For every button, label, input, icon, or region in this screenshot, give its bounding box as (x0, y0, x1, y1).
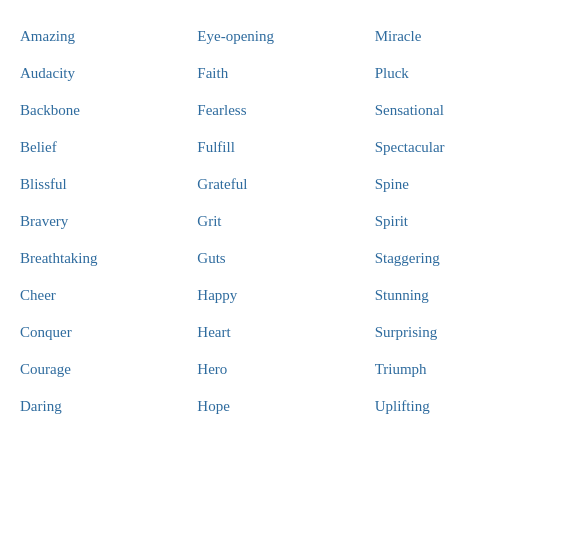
word-item: Spectacular (371, 129, 548, 166)
word-item: Surprising (371, 314, 548, 351)
word-item: Triumph (371, 351, 548, 388)
word-item: Guts (193, 240, 370, 277)
word-item: Pluck (371, 55, 548, 92)
word-item: Cheer (16, 277, 193, 314)
word-item: Courage (16, 351, 193, 388)
word-item: Breathtaking (16, 240, 193, 277)
word-column-1: AmazingAudacityBackboneBeliefBlissfulBra… (16, 18, 193, 425)
word-column-2: Eye-openingFaithFearlessFulfillGratefulG… (193, 18, 370, 425)
word-item: Uplifting (371, 388, 548, 425)
word-item: Eye-opening (193, 18, 370, 55)
word-item: Staggering (371, 240, 548, 277)
word-item: Bravery (16, 203, 193, 240)
word-item: Sensational (371, 92, 548, 129)
word-item: Faith (193, 55, 370, 92)
word-item: Backbone (16, 92, 193, 129)
word-item: Stunning (371, 277, 548, 314)
word-item: Daring (16, 388, 193, 425)
word-item: Miracle (371, 18, 548, 55)
word-item: Amazing (16, 18, 193, 55)
word-item: Fulfill (193, 129, 370, 166)
word-item: Hero (193, 351, 370, 388)
word-column-3: MiraclePluckSensationalSpectacularSpineS… (371, 18, 548, 425)
word-item: Conquer (16, 314, 193, 351)
word-item: Belief (16, 129, 193, 166)
word-item: Blissful (16, 166, 193, 203)
word-item: Grateful (193, 166, 370, 203)
word-item: Heart (193, 314, 370, 351)
word-grid: AmazingAudacityBackboneBeliefBlissfulBra… (0, 10, 564, 433)
word-item: Happy (193, 277, 370, 314)
word-item: Spirit (371, 203, 548, 240)
word-item: Hope (193, 388, 370, 425)
word-item: Grit (193, 203, 370, 240)
word-item: Fearless (193, 92, 370, 129)
word-item: Spine (371, 166, 548, 203)
word-item: Audacity (16, 55, 193, 92)
